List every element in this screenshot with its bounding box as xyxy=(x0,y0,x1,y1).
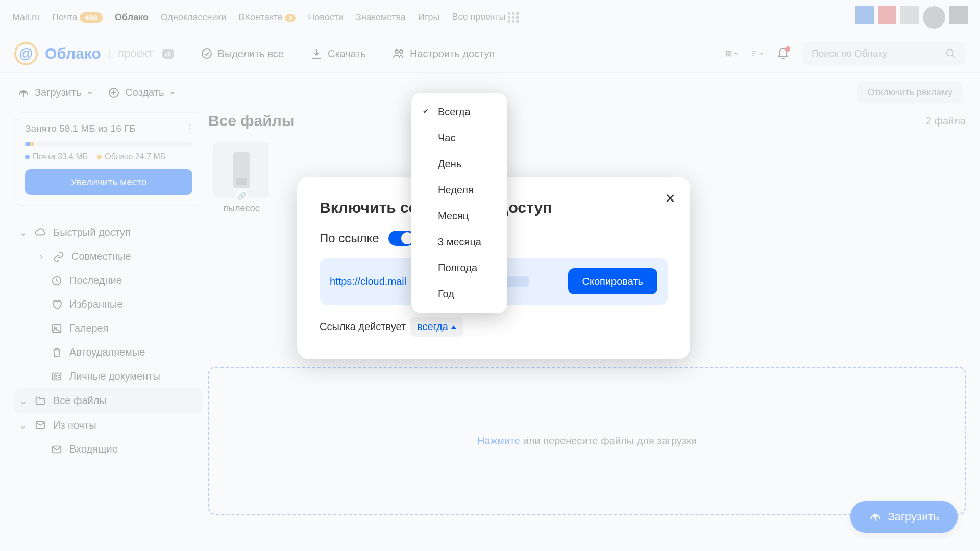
dd-option-halfyear[interactable]: Полгода xyxy=(411,255,507,281)
triangle-up-icon xyxy=(451,325,456,329)
dd-option-month[interactable]: Месяц xyxy=(411,203,507,229)
expiry-dropdown-trigger[interactable]: всегда xyxy=(410,317,463,337)
expiry-dropdown: ✔Всегда Час День Неделя Месяц 3 месяца П… xyxy=(411,93,507,313)
dd-option-3months[interactable]: 3 месяца xyxy=(411,229,507,255)
dd-option-always[interactable]: ✔Всегда xyxy=(411,99,507,125)
dd-option-year[interactable]: Год xyxy=(411,281,507,307)
close-button[interactable]: ✕ xyxy=(665,191,676,207)
check-icon: ✔ xyxy=(423,107,429,115)
link-toggle[interactable] xyxy=(388,231,415,246)
by-link-label: По ссылке xyxy=(320,231,379,245)
expiry-label: Ссылка действует xyxy=(320,321,406,333)
copy-button[interactable]: Скопировать xyxy=(568,268,657,294)
dd-option-day[interactable]: День xyxy=(411,151,507,177)
dd-option-week[interactable]: Неделя xyxy=(411,177,507,203)
dd-option-hour[interactable]: Час xyxy=(411,125,507,151)
